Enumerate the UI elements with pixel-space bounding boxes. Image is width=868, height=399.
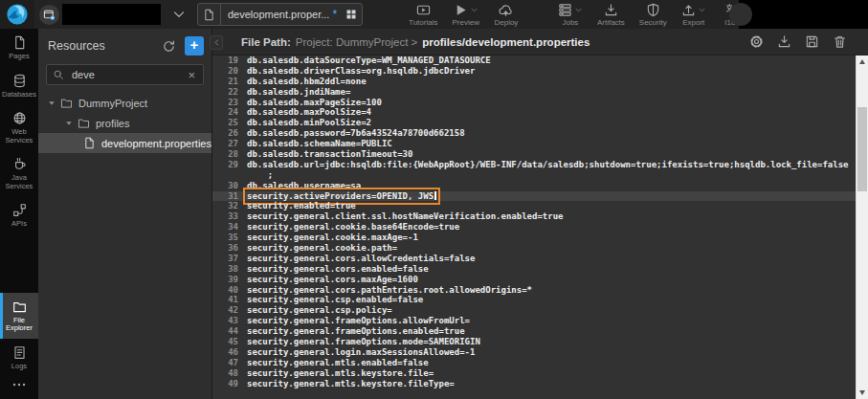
delete-button[interactable] bbox=[833, 34, 847, 49]
code-line-49[interactable]: 49security.general.mtls.keystore.fileTyp… bbox=[212, 379, 856, 389]
code-line-48[interactable]: 48security.general.mtls.keystore.file= bbox=[212, 368, 856, 379]
sidebar-item-java-services[interactable]: Java Services bbox=[0, 150, 38, 196]
tutorials-video-icon bbox=[416, 3, 431, 17]
tree-item-profiles[interactable]: profiles bbox=[38, 113, 211, 133]
search-icon bbox=[53, 69, 64, 80]
code-line-40[interactable]: 40security.general.cors.pathEntries.root… bbox=[212, 285, 856, 296]
vertical-scrollbar[interactable] bbox=[856, 55, 868, 399]
folder-icon bbox=[60, 97, 73, 109]
code-line-23[interactable]: 23db.salesdb.maxPageSize=100 bbox=[212, 98, 856, 108]
code-line-27[interactable]: 27db.salesdb.schemaName=PUBLIC bbox=[212, 139, 856, 149]
code-line-32[interactable]: 32security.enabled=true bbox=[212, 201, 856, 211]
collapse-panel-button[interactable] bbox=[210, 35, 223, 50]
save-button[interactable] bbox=[805, 34, 819, 49]
highlighted-property: security.activeProviders=OPENID, JWS bbox=[247, 191, 436, 201]
scroll-down-arrow[interactable] bbox=[857, 387, 868, 399]
code-line-45[interactable]: 45security.general.frameOptions.mode=SAM… bbox=[212, 337, 856, 347]
code-line-24[interactable]: 24db.salesdb.maxPoolSize=4 bbox=[212, 107, 856, 118]
scroll-up-arrow[interactable] bbox=[857, 55, 868, 68]
code-line-39[interactable]: 39security.general.cors.maxAge=1600 bbox=[212, 275, 856, 285]
line-text: security.activeProviders=OPENID, JWS bbox=[247, 191, 436, 202]
toolbar-button-security[interactable]: Security bbox=[639, 3, 667, 27]
sidebar-item-apis[interactable]: APIs bbox=[0, 196, 38, 234]
add-resource-button[interactable]: + bbox=[185, 36, 204, 55]
line-number: 39 bbox=[212, 275, 238, 285]
code-line-36[interactable]: 36security.general.cookie.path= bbox=[212, 243, 856, 254]
grid-icon bbox=[345, 9, 357, 20]
code-line-43[interactable]: 43security.general.frameOptions.allowFro… bbox=[212, 316, 856, 326]
code-line-42[interactable]: 42security.general.csp.policy= bbox=[212, 305, 856, 316]
code-line-26[interactable]: 26db.salesdb.password=7b6a43524a78700d66… bbox=[212, 128, 856, 139]
line-number: 32 bbox=[212, 201, 238, 211]
project-window-icon bbox=[42, 8, 56, 22]
line-text: db.salesdb.maxPageSize=100 bbox=[247, 98, 382, 108]
code-line-21[interactable]: 21db.salesdb.hbm2ddl=none bbox=[212, 77, 856, 87]
file-icon bbox=[203, 9, 215, 21]
line-text: db.salesdb.hbm2ddl=none bbox=[247, 77, 367, 87]
code-line-29[interactable]: 29db.salesdb.url=jdbc:hsqldb:file:{WebAp… bbox=[212, 160, 856, 170]
line-number: 28 bbox=[212, 149, 238, 160]
code-line-19[interactable]: 19db.salesdb.dataSourceType=WM_MANAGED_D… bbox=[212, 55, 856, 66]
resource-search-input[interactable] bbox=[70, 68, 186, 81]
clear-search-icon[interactable]: × bbox=[186, 68, 197, 82]
toolbar-button-jobs[interactable]: Jobs bbox=[558, 3, 583, 27]
line-number: 25 bbox=[212, 118, 238, 128]
sidebar-item-pages[interactable]: Pages bbox=[0, 29, 38, 67]
code-line-22[interactable]: 22db.salesdb.jndiName= bbox=[212, 87, 856, 98]
line-text: security.general.cookie.maxAge=-1 bbox=[247, 233, 418, 243]
project-switcher-chevron-icon[interactable] bbox=[171, 7, 187, 22]
code-line-33[interactable]: 33security.general.client.ssl.hostNameVe… bbox=[212, 211, 856, 222]
sidebar-item-web-services[interactable]: Web Services bbox=[0, 104, 38, 150]
code-line-46[interactable]: 46security.general.login.maxSessionsAllo… bbox=[212, 347, 856, 358]
preview-play-icon bbox=[454, 3, 468, 17]
code-line-25[interactable]: 25db.salesdb.minPoolSize=2 bbox=[212, 118, 856, 128]
sidebar-item-more[interactable] bbox=[0, 376, 38, 399]
code-line-28[interactable]: 28db.salesdb.transactionTimeout=30 bbox=[212, 149, 856, 160]
line-text: security.general.cors.allowCredentials=f… bbox=[247, 254, 475, 264]
code-line-44[interactable]: 44security.general.frameOptions.enabled=… bbox=[212, 326, 856, 337]
breadcrumb: Project: DummyProject > bbox=[296, 36, 418, 48]
export-icon bbox=[681, 3, 696, 17]
sidebar-item-label: Java Services bbox=[0, 174, 38, 190]
toolbar-button-deploy[interactable]: Deploy bbox=[494, 3, 519, 27]
code-line-35[interactable]: 35security.general.cookie.maxAge=-1 bbox=[212, 233, 856, 243]
code-line-30[interactable]: 30db.salesdb.username=sa bbox=[212, 181, 856, 191]
code-line-31[interactable]: 31security.activeProviders=OPENID, JWS bbox=[212, 191, 856, 202]
code-line-20[interactable]: 20db.salesdb.driverClass=org.hsqldb.jdbc… bbox=[212, 66, 856, 77]
app-window: development.proper... * TutorialsPreview… bbox=[0, 0, 868, 399]
code-line-37[interactable]: 37security.general.cors.allowCredentials… bbox=[212, 254, 856, 264]
sidebar-item-label: APIs bbox=[11, 220, 27, 229]
sidebar-item-logs[interactable]: Logs bbox=[0, 339, 38, 377]
security-shield-icon bbox=[646, 3, 660, 17]
toolbar-button-artifacts[interactable]: Artifacts bbox=[597, 3, 625, 27]
toolbar-button-export[interactable]: Export bbox=[681, 3, 706, 27]
code-line-wrap[interactable]: ; bbox=[212, 170, 856, 181]
resources-panel: Resources + × DummyProjectprofilesdevelo… bbox=[38, 29, 212, 399]
sidebar-item-file-explorer[interactable]: File Explorer bbox=[0, 293, 38, 339]
app-logo[interactable] bbox=[0, 0, 34, 29]
tab-layout-button[interactable] bbox=[341, 4, 362, 25]
line-text: security.general.csp.policy= bbox=[247, 305, 392, 316]
line-number: 23 bbox=[212, 98, 238, 108]
code-area[interactable]: 19db.salesdb.dataSourceType=WM_MANAGED_D… bbox=[212, 55, 856, 399]
open-file-tab[interactable]: development.proper... * bbox=[197, 3, 363, 26]
redacted-project-name bbox=[62, 4, 161, 25]
toolbar-button-preview[interactable]: Preview bbox=[452, 3, 479, 27]
refresh-icon[interactable] bbox=[162, 39, 176, 54]
code-line-41[interactable]: 41security.general.csp.enabled=false bbox=[212, 295, 856, 305]
more-dots-icon bbox=[11, 380, 27, 389]
code-line-47[interactable]: 47security.general.mtls.enabled=false bbox=[212, 358, 856, 368]
toolbar-button-label: Jobs bbox=[562, 18, 578, 27]
toolbar-button-tutorials[interactable]: Tutorials bbox=[409, 3, 437, 27]
tree-item-development-properties[interactable]: development.properties bbox=[38, 133, 211, 153]
deploy-cloud-icon bbox=[499, 3, 513, 17]
sidebar-item-databases[interactable]: Databases bbox=[0, 67, 38, 105]
project-avatar[interactable] bbox=[39, 5, 59, 25]
download-button[interactable] bbox=[777, 34, 791, 49]
line-text: security.general.cors.pathEntries.root.a… bbox=[247, 285, 532, 296]
scrollbar-thumb[interactable] bbox=[857, 107, 867, 191]
code-line-34[interactable]: 34security.general.cookie.base64Encode=t… bbox=[212, 222, 856, 233]
settings-button[interactable] bbox=[749, 34, 764, 49]
tree-item-dummyproject[interactable]: DummyProject bbox=[38, 93, 211, 113]
code-line-38[interactable]: 38security.general.cors.enabled=false bbox=[212, 264, 856, 275]
